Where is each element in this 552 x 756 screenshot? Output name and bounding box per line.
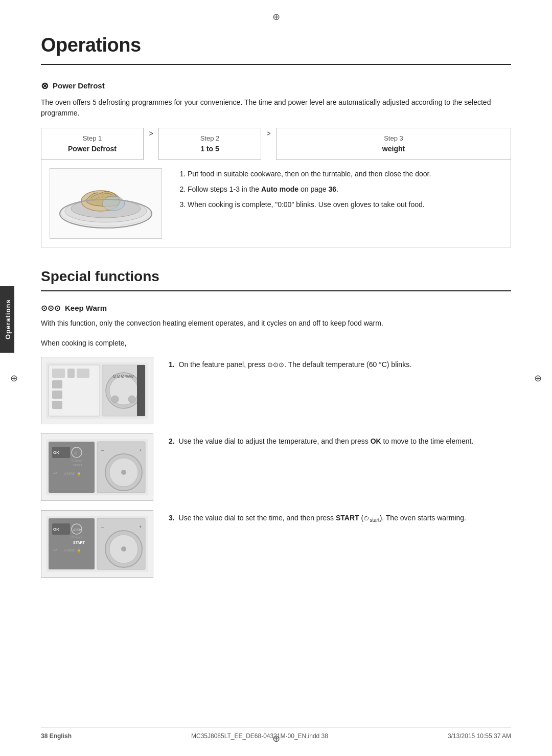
defrost-food-image [50,168,162,239]
panel-svg-3: OK 490s 0(1sec) START ↩ ⊙%/W 🔒 – [46,516,148,572]
svg-rect-12 [52,380,62,388]
power-defrost-heading: ⊗ Power Defrost [41,79,511,93]
power-defrost-description: The oven offers 5 defrosting programmes … [41,97,511,119]
svg-point-21 [128,396,135,403]
footer-page: 38 English [41,731,72,741]
svg-rect-9 [52,369,65,378]
panel-svg-2: OK ⏲ 0(3sec) START ↩ ⊙%/W 🔒 – + [46,439,148,495]
svg-text:🔒: 🔒 [77,548,81,553]
keep-warm-step-1-text: 1. On the feature panel, press ⊙⊙⊙. The … [169,357,511,371]
keep-warm-step-2-text: 2. Use the value dial to adjust the temp… [169,433,511,447]
svg-text:START: START [73,541,85,544]
power-defrost-title: Power Defrost [53,80,105,92]
keep-warm-panels: ⊙⊙⊙ %/W 1. On the feature panel, press ⊙… [41,357,511,578]
step1-value: Power Defrost [49,144,136,154]
svg-text:↩: ↩ [53,547,57,553]
svg-text:–: – [101,448,104,453]
defrost-step-3: When cooking is complete, "0:00" blinks.… [188,199,502,210]
reg-mark-left: ⊕ [10,371,18,385]
svg-text:+: + [139,524,142,530]
svg-rect-14 [52,401,62,409]
svg-text:0(1sec): 0(1sec) [72,536,82,539]
reg-mark-top: ⊕ [272,10,280,24]
keep-warm-step-3-text: 3. Use the value dial to set the time, a… [169,510,511,524]
svg-text:OK: OK [53,527,59,532]
svg-text:⏲: ⏲ [74,451,78,455]
page-title: Operations [41,31,511,60]
footer-date: 3/13/2015 10:55:37 AM [448,731,511,741]
svg-text:⊙%/W: ⊙%/W [64,472,75,475]
svg-text:START: START [73,464,82,467]
reg-mark-right: ⊕ [534,371,542,385]
svg-point-39 [121,470,126,475]
svg-rect-10 [67,369,75,378]
svg-text:%/W: %/W [125,374,134,379]
keep-warm-title: Keep Warm [65,303,107,314]
when-complete-label: When cooking is complete, [41,338,511,349]
defrost-content-row: Put food in suitable cookware, then on t… [41,160,511,247]
svg-point-4 [102,196,125,211]
svg-text:⊙%/W: ⊙%/W [64,548,75,552]
power-defrost-icon: ⊗ [41,79,49,93]
step1-label: Step 1 [49,133,136,144]
svg-text:0(3sec): 0(3sec) [72,459,82,462]
step3-label: Step 3 [284,133,503,144]
steps-table: Step 1 Power Defrost > Step 2 1 to 5 > S… [41,128,511,160]
footer-file: MC35J8085LT_EE_DE68-04321M-00_EN.indd 38 [191,731,328,741]
defrost-step-1: Put food in suitable cookware, then on t… [188,168,502,179]
title-divider [41,64,511,65]
keep-warm-description: With this function, only the convection … [41,318,511,329]
svg-text:↩: ↩ [53,471,57,476]
keep-warm-row-1: ⊙⊙⊙ %/W 1. On the feature panel, press ⊙… [41,357,511,424]
food-illustration [55,173,157,234]
special-functions-divider [41,290,511,291]
keep-warm-row-2: OK ⏲ 0(3sec) START ↩ ⊙%/W 🔒 – + [41,433,511,501]
panel-image-2: OK ⏲ 0(3sec) START ↩ ⊙%/W 🔒 – + [41,433,153,501]
svg-text:OK: OK [53,450,59,455]
step3-value: weight [284,144,503,154]
defrost-step-2: Follow steps 1-3 in the Auto mode on pag… [188,184,502,195]
step2-value: 1 to 5 [166,144,254,154]
special-functions-title: Special functions [41,266,511,287]
sidebar-tab: Operations [0,286,14,353]
keep-warm-heading: ⊙⊙⊙ Keep Warm [41,303,511,314]
svg-rect-22 [137,365,145,416]
panel-svg-1: ⊙⊙⊙ %/W [46,362,148,419]
defrost-instructions: Put food in suitable cookware, then on t… [177,168,502,215]
panel-image-3: OK 490s 0(1sec) START ↩ ⊙%/W 🔒 – [41,510,153,578]
step2-arrow: > [261,128,277,160]
keep-warm-row-3: OK 490s 0(1sec) START ↩ ⊙%/W 🔒 – [41,510,511,578]
svg-text:+: + [139,448,142,453]
svg-rect-11 [77,369,89,378]
panel-image-1: ⊙⊙⊙ %/W [41,357,153,424]
svg-rect-13 [52,391,62,399]
svg-point-20 [111,396,119,403]
keep-warm-icon: ⊙⊙⊙ [41,303,61,314]
svg-text:–: – [101,524,104,530]
step2-label: Step 2 [166,133,254,144]
svg-text:490s: 490s [73,528,82,532]
svg-text:🔒: 🔒 [77,471,81,476]
svg-point-56 [121,546,126,552]
svg-text:⊙⊙⊙: ⊙⊙⊙ [112,374,125,379]
footer: 38 English MC35J8085LT_EE_DE68-04321M-00… [41,727,511,741]
step1-arrow: > [144,128,159,160]
